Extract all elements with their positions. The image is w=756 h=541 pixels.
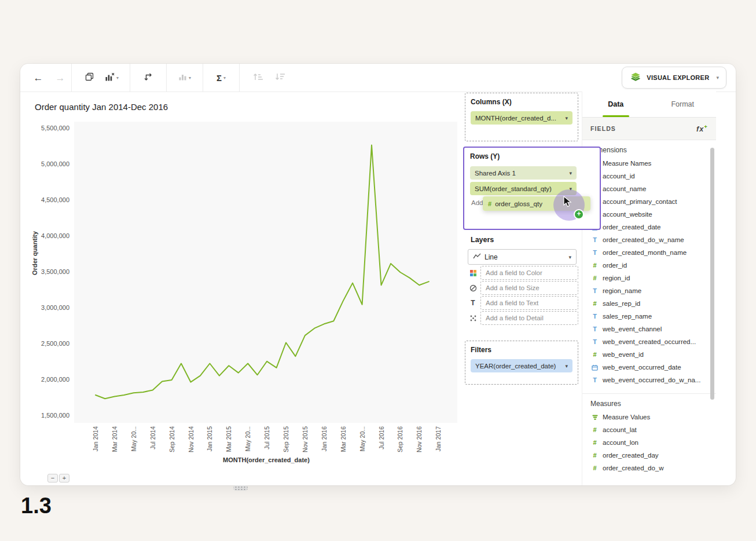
field-item[interactable]: #web_event_id	[582, 348, 716, 361]
field-label: sales_rep_id	[603, 300, 640, 307]
fields-scrollbar[interactable]	[710, 148, 714, 400]
swap-axes-button[interactable]	[137, 64, 159, 92]
layer-type-select[interactable]: Line ▾	[468, 249, 577, 265]
measures-list: Measure Values#account_lat#account_lon#o…	[582, 408, 716, 474]
field-label: Measure Values	[603, 414, 650, 421]
add-field-to-detail[interactable]: Add a field to Detail	[480, 311, 578, 325]
x-tick-label: Sep 2016	[396, 426, 404, 456]
field-item[interactable]: #account_lon	[582, 436, 716, 449]
field-item[interactable]: web_event_occurred_date	[582, 361, 716, 374]
number-field-icon: #	[591, 262, 599, 269]
create-calculated-field-button[interactable]: fx+	[696, 123, 708, 133]
filters-shelf[interactable]: Filters YEAR(order_created_date) ▾	[465, 341, 578, 385]
color-shelf-icon	[468, 269, 478, 277]
field-item[interactable]: Tregion_name	[582, 284, 716, 297]
field-item[interactable]: Taccount_name	[582, 182, 716, 195]
x-tick-label: Nov 2015	[301, 426, 309, 456]
field-item[interactable]: #account_id	[582, 170, 716, 182]
measures-label: Measures	[590, 400, 716, 408]
field-item[interactable]: #order_created_do_w	[582, 462, 716, 474]
pill-month-order-created-date[interactable]: MONTH(order_created_d... ▾	[471, 111, 572, 125]
field-item[interactable]: Taccount_website	[582, 208, 716, 221]
field-item[interactable]: Taccount_primary_contact	[582, 195, 716, 208]
mouse-cursor-icon	[563, 196, 572, 210]
number-field-icon: #	[591, 439, 599, 446]
layers-section: Layers Line ▾ Add a field to Color	[465, 236, 579, 325]
sort-descending-button[interactable]	[269, 64, 291, 92]
tab-format[interactable]: Format	[649, 92, 717, 117]
field-item[interactable]: Tsales_rep_name	[582, 310, 716, 323]
field-item[interactable]: Tweb_event_channel	[582, 323, 716, 335]
visual-explorer-menu-button[interactable]: VISUAL EXPLORER ▾	[622, 67, 726, 89]
pill-label: YEAR(order_created_date)	[475, 363, 556, 370]
field-item[interactable]: Tweb_event_occurred_do_w_na...	[582, 374, 716, 386]
duplicate-chart-button[interactable]	[79, 64, 101, 92]
chevron-down-icon[interactable]: ▾	[566, 170, 572, 176]
field-item[interactable]: #order_id	[582, 259, 716, 272]
field-item[interactable]: #account_lat	[582, 423, 716, 436]
size-drop-row: Add a field to Size	[465, 281, 579, 295]
sort-ascending-button[interactable]	[247, 64, 269, 92]
y-tick-label: 2,500,000	[28, 340, 69, 347]
number-field-icon: #	[591, 351, 599, 358]
chevron-down-icon[interactable]: ▾	[562, 115, 568, 121]
detail-shelf-icon	[468, 315, 478, 322]
forward-button[interactable]: →	[49, 64, 71, 92]
text-field-icon: T	[591, 376, 599, 383]
detail-drop-row: Add a field to Detail	[465, 311, 579, 325]
field-item[interactable]: order_created_date	[582, 221, 716, 233]
zoom-out-button[interactable]: −	[47, 474, 58, 482]
field-label: sales_rep_name	[603, 313, 652, 320]
field-label: account_name	[603, 185, 646, 192]
drop-placeholder: Add a field to Detail	[486, 315, 544, 321]
layer-type-label: Line	[485, 253, 498, 261]
toolbar: ← → ▾	[20, 64, 736, 92]
tab-data[interactable]: Data	[582, 92, 649, 117]
chevron-down-icon[interactable]: ▾	[562, 363, 568, 369]
y-axis-title: Order quantity	[31, 215, 39, 291]
y-tick-label: 5,000,000	[28, 160, 69, 167]
field-item[interactable]: Measure Values	[582, 411, 716, 423]
x-tick-label: May 20...	[244, 426, 252, 456]
drop-placeholder: Add a field to Color	[486, 269, 542, 276]
add-field-to-color[interactable]: Add a field to Color	[480, 266, 578, 280]
x-tick-label: May 20...	[130, 426, 138, 456]
field-item[interactable]: Torder_created_month_name	[582, 246, 716, 259]
field-item[interactable]: #order_created_day	[582, 449, 716, 462]
field-item[interactable]: #region_id	[582, 272, 716, 284]
field-label: account_id	[603, 173, 635, 180]
text-field-icon: T	[591, 249, 599, 256]
y-tick-label: 4,000,000	[28, 232, 69, 239]
sort-descending-icon	[275, 72, 285, 83]
number-field-icon: #	[591, 275, 599, 282]
add-field-to-text[interactable]: Add a field to Text	[480, 296, 578, 310]
back-button[interactable]: ←	[27, 64, 49, 92]
x-tick-label: Sep 2014	[168, 426, 176, 456]
columns-shelf-label: Columns (X)	[471, 98, 572, 106]
pill-year-order-created-date[interactable]: YEAR(order_created_date) ▾	[471, 359, 572, 372]
field-label: order_created_do_w_name	[603, 236, 684, 243]
zoom-in-button[interactable]: +	[59, 474, 69, 482]
field-item[interactable]: #sales_rep_id	[582, 297, 716, 310]
chevron-down-icon: ▾	[189, 75, 191, 81]
pill-label: SUM(order_standard_qty)	[475, 185, 552, 192]
aggregate-button[interactable]: Σ ▾	[210, 64, 232, 92]
x-tick-label: Jan 2016	[320, 426, 328, 456]
field-item[interactable]: Measure Names	[582, 157, 716, 170]
text-field-icon: T	[591, 338, 599, 345]
remove-chart-button[interactable]: ▾	[101, 64, 123, 92]
columns-shelf[interactable]: Columns (X) MONTH(order_created_d... ▾	[465, 93, 578, 141]
chevron-down-icon[interactable]: ▾	[568, 254, 571, 260]
field-label: web_event_occurred_date	[603, 364, 681, 371]
duplicate-icon	[85, 72, 94, 83]
field-item[interactable]: Tweb_event_created_occurred...	[582, 335, 716, 348]
field-label: order_created_month_name	[603, 249, 687, 256]
field-item[interactable]: Torder_created_do_w_name	[582, 233, 716, 246]
rows-shelf[interactable]: Rows (Y) Shared Axis 1 ▾ SUM(order_stand…	[463, 147, 601, 230]
chevron-down-icon: ▾	[116, 75, 119, 81]
panel-resize-grip[interactable]	[233, 485, 248, 491]
pill-shared-axis-1[interactable]: Shared Axis 1 ▾	[470, 166, 577, 180]
field-label: account_lat	[603, 426, 637, 433]
bar-chart-button[interactable]: ▾	[174, 64, 196, 92]
add-field-to-size[interactable]: Add a field to Size	[480, 281, 578, 295]
